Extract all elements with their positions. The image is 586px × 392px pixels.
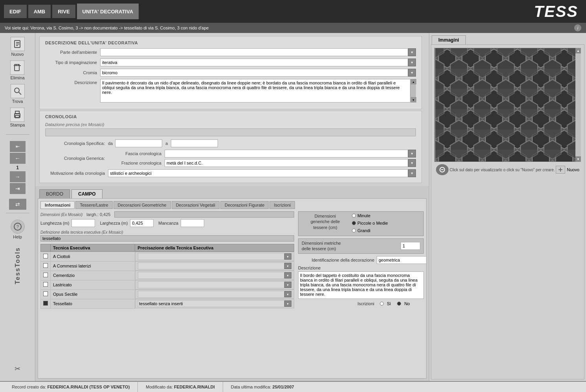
nuovo-label: Nuovo [11, 52, 24, 57]
detail-arrow-2[interactable]: ▼ [284, 272, 291, 278]
menu-amb[interactable]: AMB [28, 5, 51, 18]
descrizione-cronologia-area: DESCRIZIONE DELL'UNITA' DECORATIVA Parte… [39, 36, 422, 183]
transfer-button[interactable]: ⇄ [9, 199, 26, 210]
tab-immagini[interactable]: Immagini [432, 35, 466, 44]
elimina-button[interactable]: Elimina [10, 60, 24, 80]
parte-input[interactable] [100, 48, 408, 56]
motivazione-arrow[interactable]: ▼ [408, 169, 416, 177]
identificazione-area: Identificazione della decorazione Descri… [298, 256, 424, 306]
detail-input-4[interactable] [138, 291, 284, 298]
checkbox-opus-sectile[interactable] [43, 291, 48, 296]
detail-input-2[interactable] [138, 272, 284, 279]
check-cell-2[interactable] [41, 271, 51, 280]
detail-input-3[interactable] [138, 281, 284, 288]
checkbox-tessellato[interactable] [43, 301, 48, 306]
dim-exmosaici-value: largh.: 0,425 [86, 212, 110, 217]
status-data: Data ultima modifica: 25/01/2007 [223, 382, 302, 392]
check-cell-0[interactable] [41, 252, 51, 262]
larghezza-label: Larghezza (m) [100, 221, 128, 225]
navigation-buttons: ⇤ ← 1 → ⇥ [10, 141, 26, 194]
radio-minute[interactable] [352, 214, 356, 218]
info-left: Dimensioni (Ex Mosaici) largh.: 0,425 Lu… [40, 211, 294, 309]
fascia-arrow[interactable]: ▼ [408, 150, 416, 158]
larghezza-input[interactable] [130, 219, 154, 227]
cromia-input[interactable] [100, 69, 408, 77]
frazione-row: Frazione cronologica ▼ [110, 159, 416, 167]
detail-arrow-0[interactable]: ▼ [284, 253, 291, 260]
image-scrollbar[interactable]: ▲ ▼ [575, 48, 581, 162]
mancanza-input[interactable] [181, 219, 204, 227]
scissors-icon[interactable]: ✂ [15, 365, 20, 373]
img-scroll-down[interactable]: ▼ [575, 156, 581, 162]
nav-first[interactable]: ⇤ [10, 141, 26, 152]
detail-arrow-4[interactable]: ▼ [284, 291, 291, 297]
lunghezza-input[interactable] [71, 219, 95, 227]
detail-input-1[interactable] [138, 262, 284, 269]
trova-button[interactable]: Trova [11, 84, 25, 104]
tipo-row: Tipo di impaginazione ▼ [45, 59, 416, 66]
menu-unita-decorativa[interactable]: UNITA' DECORATIVA [77, 4, 139, 19]
radio-si[interactable] [380, 302, 384, 306]
fascia-input[interactable] [165, 150, 408, 158]
img-nav-circle[interactable] [436, 164, 449, 175]
stampa-button[interactable]: Stampa [10, 108, 25, 127]
tab-dec-figurate[interactable]: Decorazioni Figurate [220, 201, 269, 209]
descrizione-scrollbar[interactable]: ▲ ▼ [410, 79, 416, 103]
detail-arrow-5[interactable]: ▼ [284, 300, 291, 307]
dim-met-input[interactable] [401, 242, 420, 250]
check-cell-3[interactable] [41, 280, 51, 289]
detail-arrow-1[interactable]: ▼ [284, 263, 291, 269]
menu-edif[interactable]: EDIF [4, 5, 27, 18]
tab-informazioni[interactable]: Informazioni [40, 201, 75, 209]
nav-last[interactable]: ⇥ [10, 183, 26, 194]
checkbox-cementizio[interactable] [43, 273, 48, 277]
nuovo-button[interactable]: Nuovo [11, 37, 25, 57]
checkbox-a-commessi[interactable] [43, 263, 48, 268]
tipo-arrow[interactable]: ▼ [408, 59, 416, 66]
tab-dec-geometriche[interactable]: Decorazioni Geometriche [114, 201, 171, 209]
checkbox-lastricato[interactable] [43, 282, 48, 287]
descrizione-textarea[interactable]: Il pavimento è decorato da un nido d'ape… [100, 79, 410, 103]
cromia-arrow[interactable]: ▼ [408, 69, 416, 77]
crono-specifica-row: Cronologia Specifica: da a [45, 139, 416, 147]
help-button[interactable]: ? Help [11, 220, 25, 239]
desc-textarea[interactable]: Il bordo del tappeto è costituito da una… [298, 271, 424, 299]
checkbox-a-ciottoli[interactable] [43, 254, 48, 258]
tab-tessere-lastre[interactable]: Tessere/Lastre [75, 201, 112, 209]
radio-grandi[interactable] [352, 229, 356, 233]
detail-input-0[interactable] [138, 253, 284, 260]
info-icon[interactable]: i [574, 24, 581, 31]
tipo-input[interactable] [100, 59, 408, 66]
tab-campo[interactable]: CAMPO [71, 189, 103, 198]
tab-bordo[interactable]: BORDO [39, 189, 70, 198]
frazione-arrow[interactable]: ▼ [408, 159, 416, 167]
detail-input-5[interactable] [138, 300, 284, 307]
radio-piccole[interactable] [352, 221, 356, 225]
ident-input[interactable] [377, 256, 427, 264]
parte-arrow[interactable]: ▼ [408, 48, 416, 56]
img-scroll-up[interactable]: ▲ [575, 48, 581, 53]
img-nuovo-button[interactable]: Nuovo [556, 166, 579, 174]
tab-dec-vegetali[interactable]: Decorazioni Vegetali [172, 201, 220, 209]
informazioni-content: Dimensioni (Ex Mosaici) largh.: 0,425 Lu… [40, 211, 424, 309]
scroll-down-arrow[interactable]: ▼ [411, 97, 416, 103]
check-cell-4[interactable] [41, 289, 51, 299]
motivazione-input[interactable] [108, 169, 408, 177]
menu-rive[interactable]: RIVE [52, 5, 75, 18]
dimensioni-generiche: Dimensionigeneriche delletessere (cm) Mi… [298, 211, 424, 236]
img-nuovo-icon [556, 166, 565, 174]
def-tecnica-area: Definizione della tecnica esecutiva (Ex … [40, 230, 294, 242]
check-cell-5[interactable] [41, 299, 51, 308]
detail-arrow-3[interactable]: ▼ [284, 282, 291, 288]
crono-a-input[interactable] [171, 139, 218, 147]
dim-exmosaici-row: Dimensioni (Ex Mosaici) largh.: 0,425 [40, 211, 294, 218]
nav-next[interactable]: → [10, 171, 26, 182]
frazione-input[interactable] [165, 159, 408, 167]
radio-minute-row: Minute [352, 213, 388, 218]
nav-prev[interactable]: ← [10, 153, 26, 164]
radio-no[interactable] [397, 302, 401, 306]
scroll-up-arrow[interactable]: ▲ [411, 79, 416, 84]
crono-da-input[interactable] [115, 139, 162, 147]
tab-iscrizioni[interactable]: Iscrizioni [269, 201, 295, 209]
check-cell-1[interactable] [41, 261, 51, 271]
